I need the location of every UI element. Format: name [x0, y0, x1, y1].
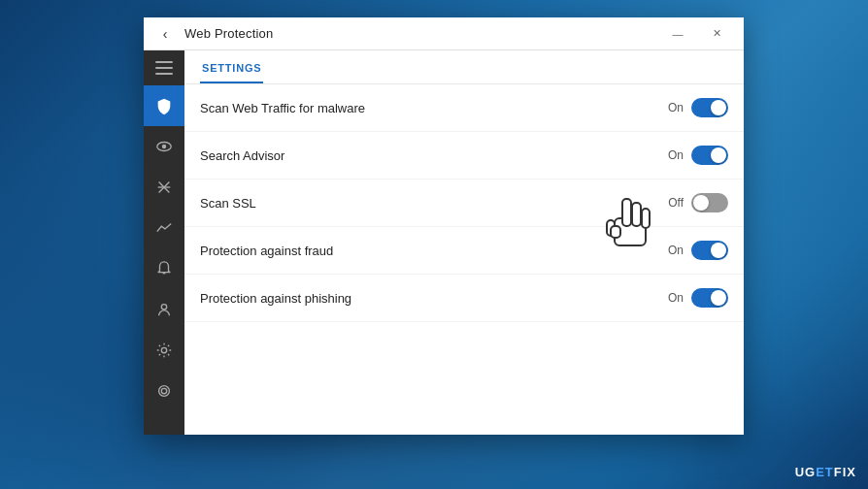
- svg-point-9: [159, 386, 170, 397]
- window-title: Web Protection: [184, 26, 658, 41]
- sidebar-item-badge[interactable]: [144, 371, 184, 411]
- watermark-ug: UG: [795, 465, 817, 479]
- setting-label-protection-fraud: Protection against fraud: [200, 244, 668, 258]
- setting-row-search-advisor: Search Advisor On: [184, 132, 744, 179]
- toggle-scan-web[interactable]: [691, 98, 728, 117]
- sidebar: B: [144, 50, 184, 435]
- sidebar-item-analytics[interactable]: [144, 208, 184, 248]
- minimize-button[interactable]: —: [658, 17, 697, 50]
- badge-icon: [155, 382, 173, 400]
- settings-panel: SETTINGS Scan Web Traffic for malware On…: [184, 50, 744, 435]
- toggle-knob-scan-ssl: [693, 195, 709, 211]
- svg-point-2: [162, 145, 167, 149]
- ham-line-2: [155, 67, 173, 69]
- sidebar-item-tools[interactable]: [144, 167, 184, 208]
- close-button[interactable]: ✕: [697, 17, 736, 50]
- analytics-icon: [155, 219, 173, 237]
- toggle-protection-fraud[interactable]: [691, 241, 728, 260]
- setting-label-protection-phishing: Protection against phishing: [200, 291, 668, 306]
- watermark-et: ET: [816, 465, 834, 479]
- person-icon: [155, 301, 173, 318]
- svg-point-7: [161, 305, 166, 310]
- sidebar-item-profile[interactable]: [144, 289, 184, 330]
- app-window: ‹ Web Protection — ✕ B: [144, 17, 744, 435]
- setting-status-protection-phishing: On: [668, 291, 684, 305]
- toggle-knob-protection-fraud: [711, 243, 726, 258]
- setting-row-scan-ssl: Scan SSL Off: [184, 179, 744, 227]
- watermark: UGETFIX: [795, 465, 856, 479]
- setting-row-protection-phishing: Protection against phishing On: [184, 275, 744, 322]
- settings-list: Scan Web Traffic for malware On Search A…: [184, 84, 744, 435]
- tab-bar: SETTINGS: [184, 50, 744, 84]
- setting-row-scan-web: Scan Web Traffic for malware On: [184, 84, 744, 132]
- svg-point-10: [161, 388, 166, 393]
- toggle-protection-phishing[interactable]: [691, 288, 728, 308]
- tab-settings[interactable]: SETTINGS: [200, 58, 263, 83]
- sidebar-item-monitor[interactable]: [144, 126, 184, 167]
- ham-line-1: [155, 61, 173, 63]
- eye-icon: [155, 138, 173, 155]
- wrench-scissors-icon: [155, 179, 173, 196]
- setting-label-scan-web: Scan Web Traffic for malware: [200, 101, 668, 115]
- sidebar-item-settings[interactable]: [144, 330, 184, 371]
- setting-status-protection-fraud: On: [668, 244, 684, 257]
- svg-text:B: B: [161, 104, 166, 111]
- toggle-scan-ssl[interactable]: [691, 193, 728, 212]
- setting-label-scan-ssl: Scan SSL: [200, 196, 668, 211]
- svg-point-8: [161, 347, 166, 352]
- sidebar-item-notifications[interactable]: [144, 248, 184, 289]
- toggle-search-advisor[interactable]: [691, 146, 728, 165]
- title-bar: ‹ Web Protection — ✕: [144, 17, 744, 50]
- setting-status-scan-web: On: [668, 101, 684, 114]
- gear-icon: [155, 342, 173, 359]
- watermark-fix: FIX: [834, 465, 856, 479]
- back-button[interactable]: ‹: [151, 20, 179, 48]
- toggle-knob-scan-web: [711, 100, 726, 115]
- window-controls: — ✕: [658, 17, 736, 50]
- setting-row-protection-fraud: Protection against fraud On: [184, 227, 744, 275]
- setting-status-scan-ssl: Off: [668, 196, 684, 210]
- toggle-knob-protection-phishing: [711, 290, 726, 306]
- hamburger-menu[interactable]: [144, 50, 184, 85]
- ham-line-3: [155, 73, 173, 75]
- bell-icon: [155, 260, 173, 277]
- sidebar-item-protection[interactable]: B: [144, 85, 184, 126]
- shield-b-icon: B: [155, 97, 173, 114]
- toggle-knob-search-advisor: [711, 147, 726, 163]
- setting-status-search-advisor: On: [668, 148, 684, 162]
- setting-label-search-advisor: Search Advisor: [200, 148, 668, 163]
- content-area: B: [144, 50, 744, 435]
